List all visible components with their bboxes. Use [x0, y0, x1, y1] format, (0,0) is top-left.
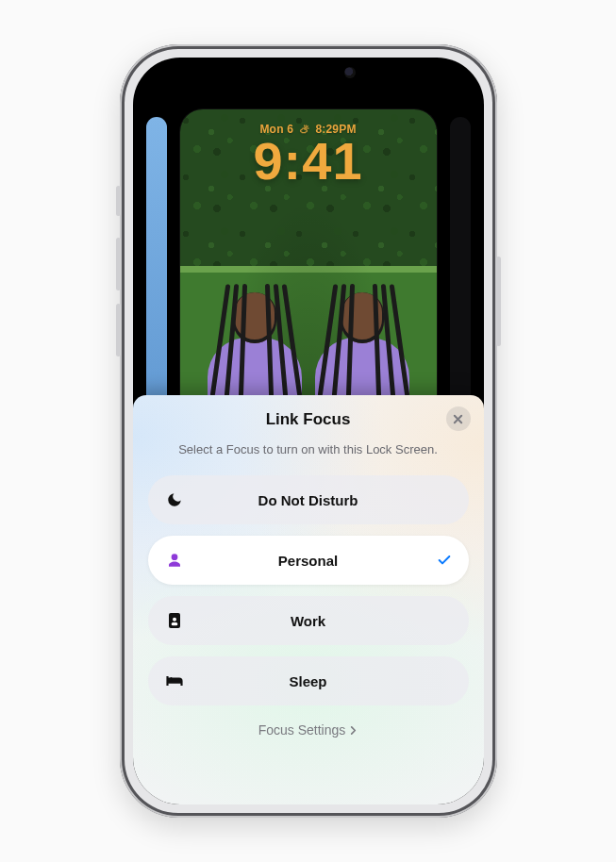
screen: Mon 6 ⛅︎ 8:29PM 9:41 Link Focus — [133, 58, 484, 804]
focus-option-label: Sleep — [148, 673, 469, 689]
close-icon — [453, 414, 463, 424]
focus-option-sleep[interactable]: Sleep — [148, 656, 469, 705]
focus-settings-link[interactable]: Focus Settings — [148, 722, 469, 738]
focus-option-work[interactable]: Work — [148, 596, 469, 645]
focus-settings-label: Focus Settings — [258, 722, 346, 738]
notch — [238, 58, 379, 88]
focus-option-personal[interactable]: Personal — [148, 536, 469, 585]
side-button-mute — [116, 186, 121, 216]
focus-option-label: Do Not Disturb — [148, 492, 469, 508]
iphone-frame: Mon 6 ⛅︎ 8:29PM 9:41 Link Focus — [120, 44, 497, 818]
focus-options: Do Not Disturb Personal — [148, 475, 469, 705]
sheet-header: Link Focus — [148, 408, 469, 433]
sheet-subtitle: Select a Focus to turn on with this Lock… — [148, 442, 469, 456]
focus-option-label: Personal — [148, 553, 469, 569]
lockscreen-time: 9:41 — [180, 135, 437, 188]
focus-option-label: Work — [148, 613, 469, 629]
side-button-vol-down — [116, 304, 121, 356]
side-button-power — [496, 257, 501, 346]
close-button[interactable] — [446, 406, 471, 431]
sheet-title: Link Focus — [148, 410, 469, 429]
focus-option-dnd[interactable]: Do Not Disturb — [148, 475, 469, 524]
chevron-right-icon — [349, 726, 358, 735]
link-focus-sheet: Link Focus Select a Focus to turn on wit… — [133, 395, 484, 804]
side-button-vol-up — [116, 238, 121, 290]
